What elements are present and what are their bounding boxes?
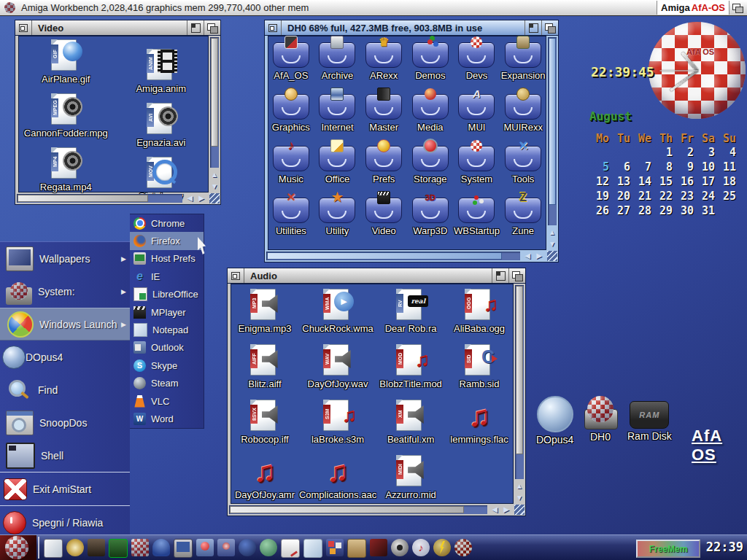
menu-item-snoopdos[interactable]: SnoopDos: [0, 406, 130, 439]
scroll-right-icon[interactable]: [196, 192, 207, 204]
submenu-item-libreoffice[interactable]: LibreOffice: [130, 286, 204, 303]
drawer-zune[interactable]: Zune: [500, 198, 546, 249]
file-icon-robocop-iff[interactable]: 8SVXRobocop.iff: [231, 399, 299, 454]
video-window-titlebar[interactable]: Video: [15, 20, 220, 36]
file-icon-egnazia-avi[interactable]: AVI Egnazia.avi: [114, 102, 209, 147]
close-gadget-icon[interactable]: [265, 20, 282, 35]
monitor-icon[interactable]: [174, 539, 193, 558]
scroll-down-icon[interactable]: [546, 238, 558, 250]
vertical-scrollbar[interactable]: [546, 36, 558, 250]
resize-gadget-icon[interactable]: [547, 251, 557, 261]
toolbox-icon[interactable]: [347, 539, 366, 558]
submenu-item-mplayer[interactable]: MPlayer: [130, 303, 204, 321]
scrollbar-thumb[interactable]: [549, 38, 556, 205]
umbrella-icon[interactable]: [152, 539, 170, 556]
drawer-icon[interactable]: [88, 539, 105, 556]
zoom-gadget-icon[interactable]: [187, 20, 204, 35]
file-icon-labroke-s3m[interactable]: S3MlaBroke.s3m: [299, 399, 376, 454]
drawer-utility[interactable]: Utility: [314, 198, 361, 249]
scroll-up-icon[interactable]: [514, 481, 525, 492]
scroll-down-icon[interactable]: [209, 181, 220, 192]
depth-gadget-icon[interactable]: [204, 20, 220, 35]
file-icon-chuckrock-wma[interactable]: WMAChuckRock.wma: [299, 288, 376, 343]
submenu-item-word[interactable]: Word: [130, 410, 204, 427]
menu-item-exit-amistart[interactable]: Exit AmiStart: [0, 472, 130, 505]
file-icon-dayofjoy-amr[interactable]: DayOfJoy.amr: [231, 454, 299, 510]
boingball-icon[interactable]: [454, 539, 472, 556]
submenu-item-firefox[interactable]: Firefox: [130, 232, 204, 249]
scroll-right-icon[interactable]: [500, 504, 512, 516]
file-icon-complications-aac[interactable]: Complications.aac: [299, 454, 376, 510]
file-icon-cannonfodder-mpg[interactable]: MPEG CannonFodder.mpg: [18, 93, 114, 147]
screen-icon[interactable]: [370, 539, 387, 556]
scrollbar-thumb[interactable]: [516, 286, 523, 454]
submenu-item-host-prefs[interactable]: Host Prefs: [130, 250, 204, 268]
vertical-scrollbar[interactable]: [209, 36, 220, 192]
scroll-up-icon[interactable]: [209, 169, 220, 181]
menu-item-shell[interactable]: Shell: [0, 439, 130, 472]
mui-icon[interactable]: [196, 539, 214, 556]
menu-item-wallpapers[interactable]: Wallpapers▶: [0, 242, 130, 275]
scrollbar-thumb[interactable]: [267, 252, 502, 260]
scroll-right-icon[interactable]: [533, 250, 545, 262]
horizontal-scrollbar[interactable]: [228, 504, 514, 516]
file-icon-azzurro-mid[interactable]: MIDIAzzurro.mid: [376, 454, 445, 510]
scrollbar-thumb[interactable]: [230, 506, 464, 513]
print-doc-icon[interactable]: [281, 539, 300, 558]
file-icon-blitz-aiff[interactable]: AIFFBlitz.aiff: [231, 343, 299, 399]
submenu-item-vlc[interactable]: VLC: [130, 392, 204, 410]
desktop-icon-ram-disk[interactable]: RAM Ram Disk: [627, 401, 672, 442]
world-icon[interactable]: [260, 539, 277, 556]
close-gadget-icon[interactable]: [228, 268, 244, 283]
resize-gadget-icon[interactable]: [209, 193, 220, 203]
dh0-window-titlebar[interactable]: DH0 68% full, 427.3MB free, 903.8MB in u…: [265, 20, 558, 36]
depth-gadget-icon[interactable]: [541, 20, 558, 35]
menu-item-dopus4[interactable]: DOpus4: [0, 341, 130, 373]
file-icon-ramb-sid[interactable]: SIDRamb.sid: [445, 343, 514, 399]
scroll-up-icon[interactable]: [546, 227, 558, 238]
submenu-item-steam[interactable]: Steam: [130, 375, 204, 392]
audio-window-titlebar[interactable]: Audio: [228, 268, 525, 284]
zoom-gadget-icon[interactable]: [492, 268, 508, 283]
vertical-scrollbar[interactable]: [514, 284, 525, 504]
menu-item-find[interactable]: Find: [0, 373, 130, 406]
file-icon-lemmings-flac[interactable]: lemmings.flac: [445, 399, 514, 454]
menu-item-system[interactable]: System:▶: [0, 275, 130, 308]
scroll-left-icon[interactable]: [522, 250, 533, 262]
drawer-warp3d[interactable]: Warp3D: [407, 198, 454, 249]
submenu-item-notepad[interactable]: Notepad: [130, 321, 204, 338]
file-icon-alibaba-ogg[interactable]: OGGAliBaba.ogg: [445, 288, 514, 343]
cd-icon[interactable]: [66, 539, 84, 556]
submenu-item-chrome[interactable]: Chrome: [130, 214, 204, 232]
close-gadget-icon[interactable]: [15, 20, 32, 35]
menu-item-windows-launch[interactable]: Windows Launch▶: [0, 308, 130, 341]
desktop-icon-dopus4[interactable]: DOpus4: [536, 396, 573, 446]
zoom-gadget-icon[interactable]: [525, 20, 541, 35]
submenu-item-ie[interactable]: IE: [130, 268, 204, 285]
drawer-video[interactable]: Video: [360, 198, 407, 249]
start-button[interactable]: [5, 536, 28, 559]
scrollbar-thumb[interactable]: [211, 38, 218, 147]
prefs-ball-icon[interactable]: [217, 539, 235, 556]
scrollbar-thumb[interactable]: [18, 195, 148, 202]
document-icon[interactable]: [44, 539, 63, 558]
ball-icon[interactable]: [131, 539, 149, 556]
circuit-icon[interactable]: [109, 539, 128, 558]
desktop-icon-dh0[interactable]: DH0: [583, 396, 618, 443]
speaker-icon[interactable]: [391, 539, 409, 556]
file-icon-beatiful-xm[interactable]: XMBeatiful.xm: [376, 399, 445, 454]
horizontal-scrollbar[interactable]: [15, 192, 209, 204]
notepad-icon[interactable]: [303, 539, 322, 558]
file-icon-airplane-gif[interactable]: GIF AirPlane.gif: [18, 39, 114, 93]
file-icon-enigma-mp3[interactable]: MP3Enigma.mp3: [231, 288, 299, 343]
screen-title-bar[interactable]: Amiga Workbench 2,028,416 graphics mem 2…: [0, 0, 747, 16]
screen-depth-gadget-icon[interactable]: [729, 1, 747, 15]
depth-gadget-icon[interactable]: [508, 268, 525, 283]
scroll-left-icon[interactable]: [184, 192, 196, 204]
scroll-left-icon[interactable]: [489, 504, 500, 516]
resize-gadget-icon[interactable]: [514, 505, 525, 515]
lightning-ball-icon[interactable]: [433, 539, 451, 556]
submenu-item-outlook[interactable]: Outlook: [130, 339, 204, 357]
globe-icon[interactable]: [239, 539, 256, 556]
photos-icon[interactable]: [326, 539, 344, 556]
